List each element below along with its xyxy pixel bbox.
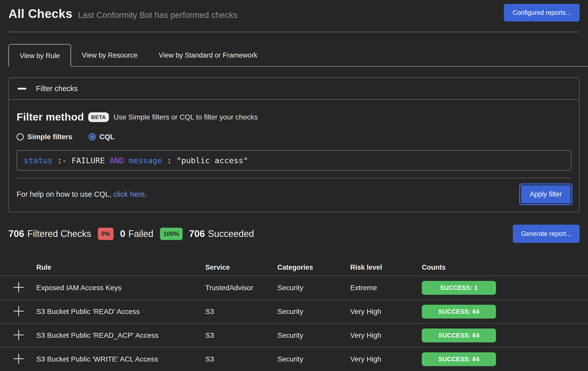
- tab-view-by-resource[interactable]: View by Resource: [71, 44, 148, 67]
- header-divider: [8, 32, 580, 32]
- success-count-badge[interactable]: SUCCESS: 64: [422, 329, 496, 342]
- categories-cell: Security: [277, 284, 350, 292]
- rule-cell: Exposed IAM Access Keys: [36, 284, 205, 292]
- cql-help-text: For help on how to use CQL, click here.: [17, 190, 147, 199]
- configured-reports-button[interactable]: Configured reports...: [504, 4, 580, 21]
- column-header-categories: Categories: [277, 264, 350, 271]
- tab-view-by-rule[interactable]: View by Rule: [8, 44, 71, 67]
- summary-row: 706 Filtered Checks 0% 0 Failed 100% 706…: [8, 225, 580, 243]
- service-cell: S3: [205, 308, 277, 316]
- cql-query-input[interactable]: status :- FAILURE AND message : "public …: [17, 150, 571, 171]
- cql-token-status: status: [24, 156, 52, 165]
- rule-cell: S3 Bucket Public 'READ_ACP' Access: [36, 331, 205, 340]
- cql-help-link[interactable]: click here: [114, 190, 145, 198]
- page-header: All Checks Last Conformity Bot has perfo…: [0, 0, 588, 32]
- expand-plus-icon[interactable]: [14, 330, 24, 340]
- table-row[interactable]: Exposed IAM Access Keys TrustedAdvisor S…: [0, 276, 588, 299]
- cql-token-colon: :: [167, 156, 176, 165]
- success-count-badge[interactable]: SUCCESS: 1: [422, 281, 496, 295]
- radio-unchecked-icon[interactable]: [17, 133, 24, 140]
- table-header-row: Rule Service Categories Risk level Count…: [0, 259, 588, 276]
- categories-cell: Security: [277, 355, 350, 363]
- service-cell: TrustedAdvisor: [205, 284, 277, 292]
- table-row[interactable]: S3 Bucket Public 'READ' Access S3 Securi…: [0, 299, 588, 323]
- page-subtitle: Last Conformity Bot has performed checks: [78, 10, 238, 20]
- beta-badge: BETA: [88, 112, 109, 122]
- column-header-rule: Rule: [36, 264, 205, 271]
- success-count-badge[interactable]: SUCCESS: 64: [422, 352, 496, 366]
- column-header-service: Service: [205, 264, 277, 271]
- cql-token-value: "public access": [176, 156, 248, 165]
- service-cell: S3: [205, 331, 277, 340]
- service-cell: S3: [205, 355, 277, 363]
- expand-plus-icon[interactable]: [14, 354, 24, 364]
- filter-method-heading: Filter method: [17, 111, 84, 123]
- risk-level-cell: Very High: [350, 331, 422, 340]
- filter-panel-title: Filter checks: [36, 84, 78, 93]
- all-checks-page: All Checks Last Conformity Bot has perfo…: [0, 0, 588, 371]
- cql-token-operator: :- FAILURE: [52, 156, 110, 165]
- rule-cell: S3 Bucket Public 'WRITE' ACL Access: [36, 355, 205, 363]
- page-title: All Checks: [8, 7, 72, 21]
- risk-level-cell: Very High: [350, 308, 422, 316]
- risk-level-cell: Very High: [350, 355, 422, 363]
- column-header-counts: Counts: [422, 264, 588, 271]
- filter-panel-header[interactable]: Filter checks: [9, 78, 579, 100]
- tab-view-by-standard-or-framework[interactable]: View by Standard or Framework: [148, 44, 268, 67]
- risk-level-cell: Extreme: [350, 284, 422, 292]
- cql-radio-label: CQL: [99, 133, 115, 141]
- table-row[interactable]: S3 Bucket Public 'WRITE' ACL Access S3 S…: [0, 347, 588, 371]
- succeeded-percent-badge: 100%: [160, 228, 182, 240]
- failed-count: 0: [120, 228, 126, 239]
- generate-report-button[interactable]: Generate report...: [513, 225, 580, 243]
- expand-plus-icon[interactable]: [14, 306, 24, 316]
- radio-checked-icon[interactable]: [89, 133, 96, 140]
- categories-cell: Security: [277, 331, 350, 340]
- filtered-checks-count: 706: [8, 228, 24, 239]
- rule-cell: S3 Bucket Public 'READ' Access: [36, 308, 205, 316]
- succeeded-count: 706: [189, 228, 205, 239]
- filter-checks-panel: Filter checks Filter method BETA Use Sim…: [8, 77, 580, 212]
- filtered-checks-label: Filtered Checks: [27, 228, 91, 239]
- checks-table: Rule Service Categories Risk level Count…: [0, 259, 588, 371]
- categories-cell: Security: [277, 308, 350, 316]
- success-count-badge[interactable]: SUCCESS: 64: [422, 305, 496, 319]
- view-tabs: View by Rule View by Resource View by St…: [8, 44, 580, 67]
- cql-token-message: message: [124, 156, 167, 165]
- succeeded-label: Succeeded: [208, 228, 254, 239]
- failed-percent-badge: 0%: [98, 228, 114, 240]
- table-row[interactable]: S3 Bucket Public 'READ_ACP' Access S3 Se…: [0, 323, 588, 347]
- simple-filters-radio[interactable]: Simple filters: [17, 133, 72, 141]
- failed-label: Failed: [128, 228, 153, 239]
- filter-method-description: Use Simple filters or CQL to filter your…: [114, 113, 258, 121]
- cql-token-and: AND: [110, 156, 124, 165]
- simple-filters-radio-label: Simple filters: [27, 133, 72, 141]
- expand-plus-icon[interactable]: [14, 282, 24, 292]
- collapse-minus-icon[interactable]: [18, 88, 26, 90]
- filter-panel-body: Filter method BETA Use Simple filters or…: [9, 111, 579, 212]
- cql-radio[interactable]: CQL: [89, 133, 115, 141]
- apply-filter-button[interactable]: Apply filter: [520, 184, 571, 204]
- column-header-risk-level: Risk level: [350, 264, 422, 271]
